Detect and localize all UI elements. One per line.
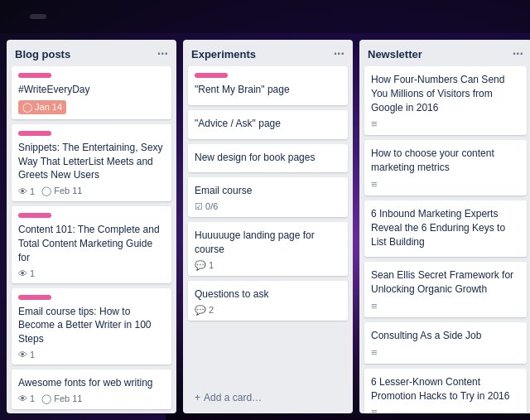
card[interactable]: How Four-Numbers Can Send You Millions o…	[364, 66, 527, 135]
column-title-blog-posts: Blog posts	[15, 48, 70, 60]
card-title: "Advice / Ask" page	[195, 117, 341, 131]
card[interactable]: Questions to ask💬 2	[188, 281, 348, 321]
description-icon: ≡	[371, 346, 378, 359]
card-title: Questions to ask	[195, 287, 341, 302]
column-body-newsletter: How Four-Numbers Can Send You Millions o…	[359, 66, 530, 413]
private-badge[interactable]	[30, 14, 46, 19]
comment-badge: 💬 2	[195, 305, 214, 316]
description-icon: ≡	[371, 178, 378, 191]
due-date-badge: ◯ Feb 11	[41, 186, 82, 196]
card-title: Huuuuuge landing page for course	[195, 229, 341, 257]
board: Blog posts···#WriteEveryDay◯ Jan 14Snipp…	[0, 33, 530, 420]
card-title: #WriteEveryDay	[18, 83, 165, 97]
card-label	[18, 213, 51, 218]
column-header-experiments: Experiments···	[183, 40, 353, 66]
card[interactable]: "Advice / Ask" page	[188, 110, 348, 139]
card-meta: 👁 1	[18, 268, 165, 278]
card-label	[18, 131, 51, 136]
column-title-experiments: Experiments	[191, 48, 256, 60]
card[interactable]: Email course tips: How to Become a Bette…	[12, 288, 171, 364]
card[interactable]: Awesome fonts for web writing👁 1◯ Feb 11	[12, 369, 171, 409]
view-badge: 👁 1	[18, 268, 35, 278]
due-date-badge: ◯ Jan 14	[18, 100, 66, 114]
card-title: New design for book pages	[195, 151, 341, 165]
description-icon: ≡	[371, 406, 378, 413]
card-meta: 👁 1◯ Feb 11	[18, 393, 165, 404]
column-experiments: Experiments···"Rent My Brain" page"Advic…	[183, 40, 353, 413]
column-blog-posts: Blog posts···#WriteEveryDay◯ Jan 14Snipp…	[7, 40, 176, 413]
add-card-button[interactable]: +Add a card…	[188, 387, 348, 408]
card-title: Awesome fonts for web writing	[18, 376, 165, 390]
card-meta: 👁 1	[18, 350, 165, 360]
card[interactable]: Content 101: The Complete and Total Cont…	[12, 206, 171, 282]
column-newsletter: Newsletter···How Four-Numbers Can Send Y…	[359, 40, 530, 413]
description-icon: ≡	[371, 118, 378, 130]
column-menu-experiments[interactable]: ···	[334, 46, 344, 61]
card[interactable]: "Rent My Brain" page	[188, 66, 348, 105]
card-label	[18, 295, 51, 300]
card-title: Email course	[195, 184, 341, 198]
card-meta: ≡	[371, 118, 520, 130]
comment-badge: 💬 1	[195, 260, 214, 271]
card[interactable]: Email course☑ 0/6	[188, 177, 348, 217]
plus-icon: +	[195, 392, 200, 403]
column-body-experiments: "Rent My Brain" page"Advice / Ask" pageN…	[183, 66, 353, 387]
card-meta: 👁 1◯ Feb 11	[18, 186, 165, 196]
card-title: Email course tips: How to Become a Bette…	[18, 305, 165, 346]
view-badge: 👁 1	[18, 393, 35, 403]
card-title: 6 Lesser-Known Content Promotion Hacks t…	[371, 375, 520, 403]
card-label	[195, 73, 228, 78]
card[interactable]: Sean Ellis Secret Framework for Unlockin…	[364, 262, 527, 317]
add-card-label: Add a card…	[204, 392, 262, 403]
card-title: Snippets: The Entertaining, Sexy Way Tha…	[18, 141, 165, 182]
card-meta: ≡	[371, 346, 520, 359]
card-meta: ☑ 0/6	[195, 201, 341, 212]
view-badge: 👁 1	[18, 350, 35, 360]
description-icon: ≡	[371, 300, 378, 312]
card-title: How to choose your content marketing met…	[371, 147, 520, 175]
card-meta: ≡	[371, 178, 520, 191]
card-title: Content 101: The Complete and Total Cont…	[18, 223, 165, 264]
card-meta: ≡	[371, 406, 520, 413]
card[interactable]: Consulting As a Side Job≡	[364, 322, 527, 364]
card-meta: ◯ Jan 14	[18, 100, 165, 114]
checklist-badge: ☑ 0/6	[195, 201, 218, 212]
card[interactable]: 6 Lesser-Known Content Promotion Hacks t…	[364, 369, 527, 413]
column-menu-newsletter[interactable]: ···	[513, 46, 523, 61]
card[interactable]: #WriteEveryDay◯ Jan 14	[12, 66, 171, 119]
card-meta: 💬 2	[195, 305, 341, 316]
card-title: "Rent My Brain" page	[195, 83, 341, 97]
column-title-newsletter: Newsletter	[368, 48, 422, 60]
column-menu-blog-posts[interactable]: ···	[157, 46, 168, 61]
card[interactable]: How to choose your content marketing met…	[364, 140, 527, 196]
board-header	[0, 0, 530, 33]
column-body-blog-posts: #WriteEveryDay◯ Jan 14Snippets: The Ente…	[7, 66, 176, 413]
card-meta: 💬 1	[195, 260, 341, 271]
card-title: Sean Ellis Secret Framework for Unlockin…	[371, 268, 520, 297]
column-header-blog-posts: Blog posts···	[7, 40, 176, 66]
card[interactable]: New design for book pages	[188, 144, 348, 173]
card[interactable]: Huuuuuge landing page for course💬 1	[188, 222, 348, 276]
card-title: 6 Inbound Marketing Experts Reveal the 6…	[371, 207, 520, 249]
card[interactable]: Snippets: The Entertaining, Sexy Way Tha…	[12, 124, 171, 201]
column-header-newsletter: Newsletter···	[359, 40, 530, 66]
view-badge: 👁 1	[18, 186, 35, 196]
card-title: How Four-Numbers Can Send You Millions o…	[371, 73, 520, 114]
due-date-badge: ◯ Feb 11	[41, 393, 82, 404]
card-title: Consulting As a Side Job	[371, 329, 520, 343]
card-label	[18, 73, 51, 78]
card-meta: ≡	[371, 300, 520, 312]
card[interactable]: 6 Inbound Marketing Experts Reveal the 6…	[364, 200, 527, 257]
